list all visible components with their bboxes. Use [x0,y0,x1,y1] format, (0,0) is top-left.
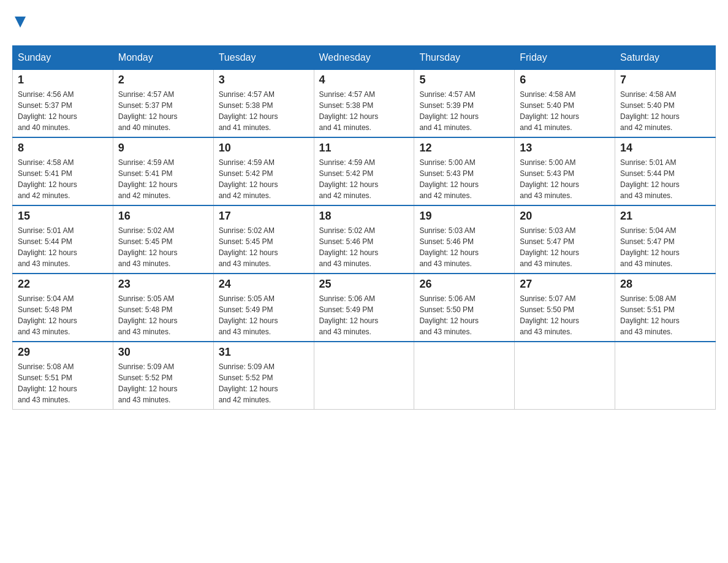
day-of-week-header: Saturday [615,46,716,70]
sunrise-label: Sunrise: 4:57 AM [419,90,475,99]
daylight-label: Daylight: 12 hours [419,180,479,189]
sunrise-label: Sunrise: 4:58 AM [18,158,74,167]
sunset-label: Sunset: 5:42 PM [219,169,273,178]
calendar-day-cell: 19 Sunrise: 5:03 AM Sunset: 5:46 PM Dayl… [414,205,515,274]
day-info: Sunrise: 5:03 AM Sunset: 5:46 PM Dayligh… [419,225,509,269]
logo-line2 [12,12,26,33]
day-number: 27 [520,278,610,291]
day-number: 7 [620,74,710,86]
day-info: Sunrise: 5:06 AM Sunset: 5:50 PM Dayligh… [419,293,509,337]
day-of-week-header: Monday [113,46,213,70]
day-info: Sunrise: 4:58 AM Sunset: 5:40 PM Dayligh… [520,89,610,133]
daylight-minutes: and 42 minutes. [219,396,271,404]
day-info: Sunrise: 5:04 AM Sunset: 5:48 PM Dayligh… [18,293,108,337]
day-number: 30 [118,346,208,359]
daylight-minutes: and 41 minutes. [419,123,471,132]
sunset-label: Sunset: 5:45 PM [219,237,273,246]
daylight-label: Daylight: 12 hours [319,112,379,121]
calendar-day-cell: 5 Sunrise: 4:57 AM Sunset: 5:39 PM Dayli… [414,70,515,138]
sunrise-label: Sunrise: 4:59 AM [118,158,174,167]
daylight-minutes: and 43 minutes. [419,327,471,336]
daylight-label: Daylight: 12 hours [620,248,680,257]
day-number: 8 [18,142,108,155]
calendar-day-cell: 30 Sunrise: 5:09 AM Sunset: 5:52 PM Dayl… [113,342,213,410]
logo-arrow-icon [15,17,26,28]
daylight-label: Daylight: 12 hours [219,316,278,325]
sunset-label: Sunset: 5:48 PM [118,305,173,314]
calendar-day-cell [414,342,515,410]
calendar-day-cell: 11 Sunrise: 4:59 AM Sunset: 5:42 PM Dayl… [314,137,414,205]
sunset-label: Sunset: 5:39 PM [419,101,474,110]
day-info: Sunrise: 5:01 AM Sunset: 5:44 PM Dayligh… [620,157,710,201]
calendar-day-cell: 25 Sunrise: 5:06 AM Sunset: 5:49 PM Dayl… [314,274,414,342]
calendar-day-cell: 20 Sunrise: 5:03 AM Sunset: 5:47 PM Dayl… [515,205,615,274]
calendar-day-cell: 26 Sunrise: 5:06 AM Sunset: 5:50 PM Dayl… [414,274,515,342]
sunrise-label: Sunrise: 5:06 AM [419,294,475,303]
day-info: Sunrise: 4:58 AM Sunset: 5:40 PM Dayligh… [620,89,710,133]
calendar-day-cell: 16 Sunrise: 5:02 AM Sunset: 5:45 PM Dayl… [113,205,213,274]
daylight-minutes: and 43 minutes. [520,259,572,268]
calendar-day-cell [615,342,716,410]
day-info: Sunrise: 5:02 AM Sunset: 5:45 PM Dayligh… [118,225,208,269]
sunset-label: Sunset: 5:49 PM [319,305,374,314]
day-number: 9 [118,142,208,155]
daylight-minutes: and 43 minutes. [620,327,672,336]
sunset-label: Sunset: 5:51 PM [18,373,72,382]
daylight-label: Daylight: 12 hours [520,180,579,189]
sunrise-label: Sunrise: 4:58 AM [620,90,676,99]
day-number: 20 [520,210,610,223]
day-info: Sunrise: 4:59 AM Sunset: 5:42 PM Dayligh… [319,157,409,201]
calendar-day-cell: 15 Sunrise: 5:01 AM Sunset: 5:44 PM Dayl… [13,205,113,274]
calendar-day-cell: 21 Sunrise: 5:04 AM Sunset: 5:47 PM Dayl… [615,205,716,274]
calendar-day-cell: 24 Sunrise: 5:05 AM Sunset: 5:49 PM Dayl… [213,274,314,342]
sunset-label: Sunset: 5:43 PM [419,169,474,178]
daylight-minutes: and 43 minutes. [18,327,70,336]
sunset-label: Sunset: 5:37 PM [118,101,173,110]
daylight-minutes: and 43 minutes. [620,259,672,268]
sunset-label: Sunset: 5:47 PM [620,237,675,246]
calendar-day-cell: 12 Sunrise: 5:00 AM Sunset: 5:43 PM Dayl… [414,137,515,205]
day-info: Sunrise: 5:03 AM Sunset: 5:47 PM Dayligh… [520,225,610,269]
daylight-label: Daylight: 12 hours [419,112,479,121]
daylight-label: Daylight: 12 hours [319,180,379,189]
day-info: Sunrise: 4:59 AM Sunset: 5:42 PM Dayligh… [219,157,309,201]
day-number: 2 [118,74,208,86]
day-number: 29 [18,346,108,359]
calendar-week-row: 15 Sunrise: 5:01 AM Sunset: 5:44 PM Dayl… [13,205,716,274]
calendar-day-cell: 2 Sunrise: 4:57 AM Sunset: 5:37 PM Dayli… [113,70,213,138]
svg-marker-0 [15,17,26,28]
daylight-minutes: and 41 minutes. [520,123,572,132]
sunset-label: Sunset: 5:43 PM [520,169,574,178]
sunset-label: Sunset: 5:44 PM [620,169,675,178]
sunrise-label: Sunrise: 5:08 AM [620,294,676,303]
daylight-minutes: and 43 minutes. [319,259,371,268]
sunset-label: Sunset: 5:42 PM [319,169,374,178]
sunset-label: Sunset: 5:41 PM [118,169,173,178]
daylight-label: Daylight: 12 hours [18,248,77,257]
daylight-minutes: and 43 minutes. [18,259,70,268]
daylight-minutes: and 43 minutes. [118,396,170,404]
day-number: 18 [319,210,409,223]
sunset-label: Sunset: 5:41 PM [18,169,72,178]
daylight-minutes: and 43 minutes. [620,191,672,200]
logo [12,12,26,33]
day-number: 4 [319,74,409,86]
sunrise-label: Sunrise: 5:02 AM [118,226,174,235]
day-info: Sunrise: 5:00 AM Sunset: 5:43 PM Dayligh… [419,157,509,201]
sunset-label: Sunset: 5:40 PM [520,101,574,110]
day-info: Sunrise: 4:59 AM Sunset: 5:41 PM Dayligh… [118,157,208,201]
daylight-label: Daylight: 12 hours [118,112,178,121]
sunrise-label: Sunrise: 5:04 AM [18,294,74,303]
daylight-label: Daylight: 12 hours [319,316,379,325]
day-number: 21 [620,210,710,223]
sunrise-label: Sunrise: 4:59 AM [319,158,375,167]
day-info: Sunrise: 4:56 AM Sunset: 5:37 PM Dayligh… [18,89,108,133]
calendar-day-cell: 29 Sunrise: 5:08 AM Sunset: 5:51 PM Dayl… [13,342,113,410]
day-info: Sunrise: 5:04 AM Sunset: 5:47 PM Dayligh… [620,225,710,269]
calendar-day-cell: 31 Sunrise: 5:09 AM Sunset: 5:52 PM Dayl… [213,342,314,410]
sunrise-label: Sunrise: 4:59 AM [219,158,275,167]
day-info: Sunrise: 5:09 AM Sunset: 5:52 PM Dayligh… [118,361,208,405]
day-number: 15 [18,210,108,223]
day-number: 23 [118,278,208,291]
sunrise-label: Sunrise: 4:58 AM [520,90,575,99]
